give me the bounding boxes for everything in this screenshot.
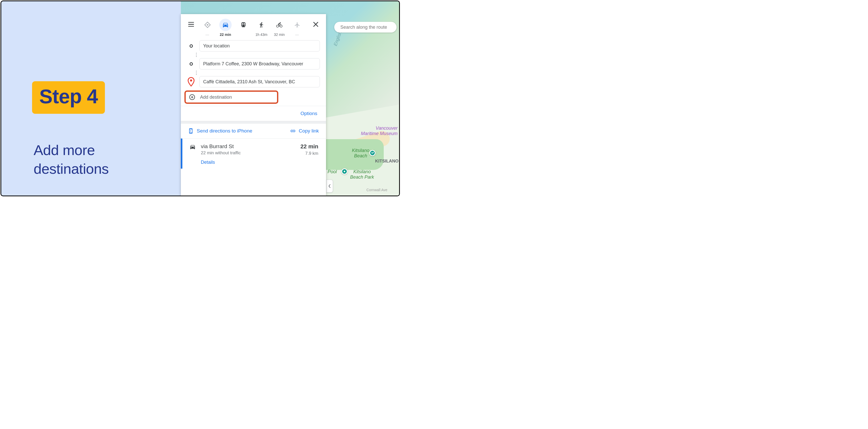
step-badge: Step 4: [32, 81, 105, 114]
add-destination-label: Add destination: [200, 95, 232, 100]
mode-best[interactable]: —: [199, 19, 216, 37]
waypoint-input-stop-1[interactable]: Platform 7 Coffee, 2300 W Broadway, Vanc…: [199, 58, 320, 69]
route-card[interactable]: via Burrard St 22 min without traffic De…: [181, 138, 326, 169]
map-label-kits-park: Kitsilano Beach Park: [350, 169, 374, 180]
car-icon: [219, 19, 231, 31]
transit-icon: [237, 19, 250, 31]
mode-driving[interactable]: 22 min: [217, 19, 234, 37]
map-poi-icon-pool[interactable]: [341, 168, 347, 174]
map-label-maritime: Vancouver Maritime Museum: [361, 126, 398, 136]
map-label-kits-beach: Kitsilano Beach: [352, 148, 369, 159]
directions-panel: — 22 min 1h 43m: [181, 14, 326, 196]
map-label-kits-side: KITSILANO: [375, 159, 399, 164]
search-along-route-input[interactable]: [340, 25, 397, 30]
mode-flight[interactable]: —: [288, 19, 306, 37]
bike-icon: [273, 19, 285, 31]
waypoint-input-destination[interactable]: Caffè Cittadella, 2310 Ash St, Vancouver…: [199, 76, 320, 88]
walk-icon: [255, 19, 268, 31]
svg-point-1: [190, 79, 192, 81]
plane-icon: [291, 19, 304, 31]
close-button[interactable]: [310, 19, 321, 30]
car-icon: [190, 144, 196, 165]
mode-walking-sub: 1h 43m: [255, 33, 268, 37]
waypoint-handle-icon: [186, 44, 196, 48]
options-link[interactable]: Options: [301, 111, 317, 117]
collapse-panel-button[interactable]: [326, 179, 333, 193]
waypoint-stop-1: Platform 7 Coffee, 2300 W Broadway, Vanc…: [186, 58, 320, 70]
waypoint-input-origin[interactable]: Your location: [199, 40, 320, 52]
add-destination-button[interactable]: Add destination: [184, 91, 278, 104]
map-label-pool: Pool: [328, 169, 337, 174]
mode-best-sub: —: [206, 33, 210, 37]
waypoint-destination: Caffè Cittadella, 2310 Ash St, Vancouver…: [186, 76, 320, 88]
share-row: Send directions to iPhone Copy link: [181, 124, 326, 138]
route-title: via Burrard St: [201, 143, 295, 150]
search-along-route[interactable]: [334, 22, 397, 33]
directions-icon: [202, 19, 214, 31]
route-details-link[interactable]: Details: [201, 160, 295, 165]
svg-point-0: [344, 171, 345, 172]
waypoint-handle-icon: [186, 62, 196, 66]
mode-cycling-sub: 32 min: [274, 33, 285, 37]
travel-mode-row: — 22 min 1h 43m: [181, 14, 326, 39]
waypoints-list: Your location Platform 7 Coffee, 2300 W …: [181, 39, 326, 89]
menu-button[interactable]: [185, 19, 197, 30]
send-to-phone-icon: [188, 128, 194, 134]
mode-cycling[interactable]: 32 min: [271, 19, 288, 37]
copy-link-label: Copy link: [299, 128, 319, 134]
link-icon: [290, 128, 296, 134]
copy-link-button[interactable]: Copy link: [290, 128, 319, 134]
destination-pin-icon: [186, 77, 196, 87]
send-to-phone-button[interactable]: Send directions to iPhone: [188, 128, 252, 134]
step-description: Add more destinations: [34, 141, 109, 178]
map-label-cornwall: Cornwall Ave: [367, 188, 387, 192]
waypoint-origin: Your location: [186, 40, 320, 52]
plus-icon: [189, 94, 195, 100]
mode-flight-sub: —: [295, 33, 299, 37]
mode-walking[interactable]: 1h 43m: [253, 19, 270, 37]
mode-transit[interactable]: [235, 19, 252, 33]
route-subtitle: 22 min without traffic: [201, 151, 295, 156]
map-poi-icon-beach[interactable]: [369, 150, 375, 156]
send-to-phone-label: Send directions to iPhone: [197, 128, 252, 134]
route-distance: 7.9 km: [300, 151, 318, 156]
mode-driving-sub: 22 min: [220, 33, 231, 37]
route-time: 22 min: [300, 143, 318, 150]
